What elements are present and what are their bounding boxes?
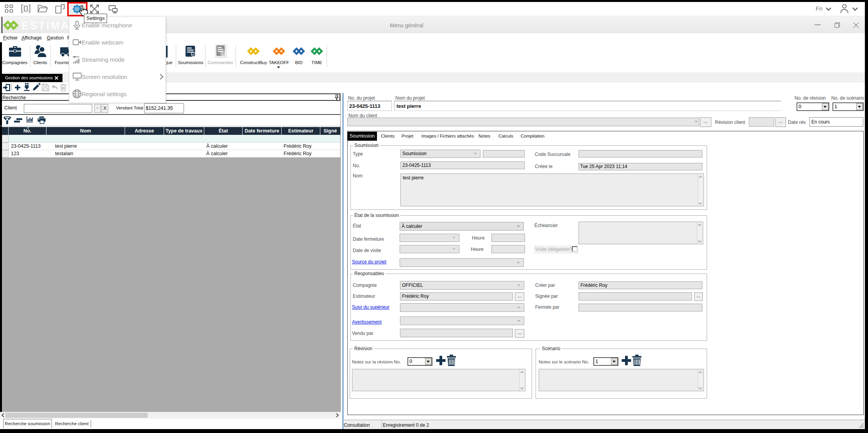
svg-text:$: $ [222,52,224,55]
